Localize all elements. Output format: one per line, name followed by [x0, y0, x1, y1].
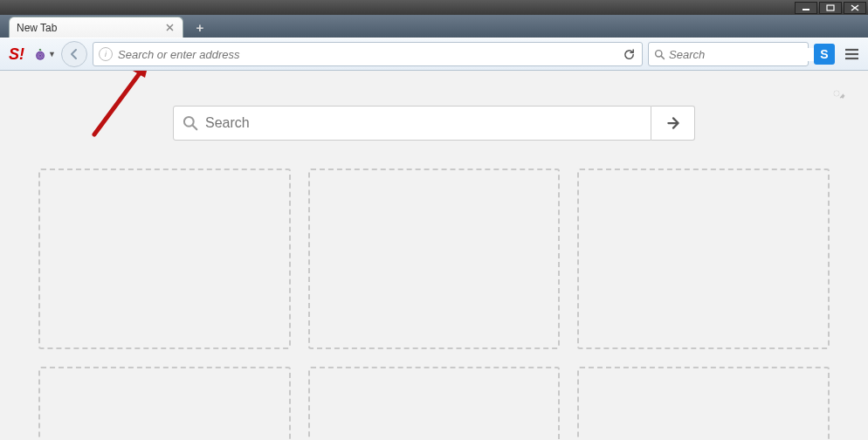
- arrow-right-icon: [665, 115, 681, 131]
- newtab-settings-button[interactable]: [826, 83, 847, 104]
- tab-label: New Tab: [17, 22, 163, 34]
- menu-button[interactable]: [840, 43, 863, 65]
- address-bar[interactable]: i: [93, 42, 643, 66]
- top-site-tile[interactable]: [38, 367, 291, 440]
- search-input[interactable]: [669, 48, 816, 61]
- skype-icon-label: S: [820, 47, 828, 61]
- search-icon: [654, 49, 665, 60]
- newtab-search-field[interactable]: [173, 106, 651, 141]
- toolbar: S! ▼ i S: [0, 38, 868, 71]
- back-button[interactable]: [61, 41, 87, 67]
- newtab-search-input[interactable]: [205, 115, 642, 131]
- svg-line-10: [661, 56, 664, 58]
- top-site-tile[interactable]: [308, 168, 561, 349]
- window-close-button[interactable]: [844, 2, 866, 14]
- plus-icon: +: [196, 20, 204, 35]
- s-extension-icon[interactable]: S!: [5, 43, 28, 65]
- newtab-search: [173, 106, 695, 141]
- chevron-down-icon: ▼: [48, 50, 56, 58]
- top-site-tile[interactable]: [577, 168, 830, 349]
- arrow-annotation: [87, 71, 157, 139]
- reload-button[interactable]: [619, 45, 638, 64]
- window-maximize-button[interactable]: [819, 2, 842, 14]
- top-site-tile[interactable]: [308, 367, 561, 440]
- gear-icon: [827, 84, 846, 103]
- newtab-search-go-button[interactable]: [651, 106, 695, 141]
- hamburger-icon: [844, 48, 859, 60]
- skype-extension-icon[interactable]: S: [814, 44, 835, 65]
- svg-line-18: [192, 125, 196, 129]
- tab-strip: New Tab +: [0, 15, 868, 38]
- svg-line-14: [94, 71, 147, 134]
- s-icon-label: S!: [9, 45, 24, 64]
- top-sites-grid: [38, 168, 830, 440]
- search-icon: [183, 115, 198, 131]
- top-site-tile[interactable]: [38, 168, 291, 349]
- address-input[interactable]: [118, 48, 619, 61]
- tab-new-tab[interactable]: New Tab: [9, 17, 183, 38]
- new-tab-button[interactable]: +: [190, 18, 210, 36]
- site-info-icon[interactable]: i: [99, 47, 113, 61]
- svg-point-16: [834, 91, 839, 96]
- svg-marker-15: [133, 71, 150, 78]
- newtab-content: [0, 71, 868, 440]
- window-titlebar: [0, 0, 868, 15]
- tor-onion-icon[interactable]: ▼: [33, 43, 56, 65]
- top-site-tile[interactable]: [577, 367, 830, 440]
- tab-close-icon[interactable]: [163, 22, 176, 34]
- search-bar[interactable]: [648, 42, 809, 66]
- window-minimize-button[interactable]: [795, 2, 817, 14]
- svg-rect-1: [827, 5, 834, 10]
